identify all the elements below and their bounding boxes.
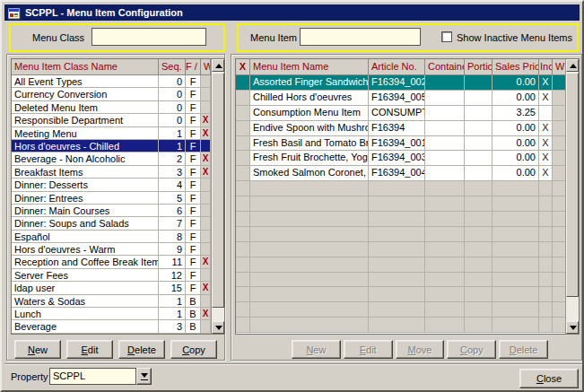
grid-cell — [236, 75, 250, 91]
item-new-button[interactable]: New — [292, 340, 341, 359]
class-grid-row[interactable]: Dinner: Soups and Salads7F — [12, 217, 211, 230]
item-grid-row[interactable]: Smoked Salmon Coronet, DillF16394_0040.0… — [236, 166, 567, 181]
grid-cell: X — [539, 121, 553, 136]
item-grid-empty-row[interactable] — [236, 302, 567, 318]
scroll-up-button[interactable] — [566, 59, 579, 72]
item-edit-button[interactable]: Edit — [344, 340, 393, 359]
item-grid-empty-row[interactable] — [236, 257, 567, 273]
grid-cell — [236, 166, 250, 181]
class-grid-row[interactable]: Waters & Sodas1B — [12, 295, 211, 308]
scroll-down-button[interactable] — [566, 321, 579, 334]
property-combobox[interactable]: SCPPL — [49, 368, 136, 385]
class-grid-row[interactable]: Reception and Coffee Break Items11FX — [12, 256, 211, 268]
grid-cell — [465, 196, 492, 212]
grid-cell — [465, 287, 492, 302]
class-grid-row[interactable]: Hors d'oeuvres - Chilled1F — [12, 140, 211, 152]
grid-cell — [425, 257, 465, 273]
item-grid-row[interactable]: Assorted Finger SandwichesF16394_0020.00… — [236, 75, 567, 91]
grid-cell: Beverage - Non Alcoholic — [12, 152, 159, 165]
item-grid-empty-row[interactable] — [236, 227, 567, 242]
property-dropdown-button[interactable] — [136, 368, 152, 385]
column-header: Article No. — [369, 59, 425, 75]
window-title: SCPPL - Menu Item Configuration — [25, 7, 183, 18]
class-grid-row[interactable]: Responsible Department0FX — [12, 114, 211, 126]
close-button[interactable]: Close — [519, 369, 579, 388]
grid-cell: X — [201, 166, 211, 179]
item-grid-empty-row[interactable] — [236, 287, 567, 302]
item-grid: XMenu Item NameArticle No.ContainerPorti… — [235, 58, 580, 335]
item-grid-empty-row[interactable] — [236, 242, 567, 257]
item-grid-empty-row[interactable] — [236, 273, 567, 288]
grid-cell — [465, 318, 492, 333]
show-inactive-checkbox[interactable] — [441, 31, 452, 42]
item-move-button[interactable]: Move — [396, 340, 445, 359]
scroll-thumb[interactable] — [212, 73, 224, 308]
grid-cell — [465, 242, 492, 257]
class-grid-row[interactable]: Deleted Menu Item0F — [12, 101, 211, 114]
grid-cell — [369, 302, 425, 318]
class-grid-row[interactable]: Dinner: Main Courses6F — [12, 205, 211, 217]
item-grid-row[interactable]: Fresh Fruit Brochette, Yogurt SF16394_00… — [236, 151, 567, 166]
class-delete-button[interactable]: Delete — [118, 340, 165, 359]
class-grid-row[interactable]: Server Fees12F — [12, 269, 211, 282]
grid-cell: X — [201, 114, 211, 126]
grid-cell: F16394_004 — [369, 166, 425, 181]
item-copy-button[interactable]: Copy — [447, 340, 496, 359]
grid-cell: 3.25 — [492, 106, 539, 121]
grid-cell — [539, 227, 553, 242]
class-grid-row[interactable]: Beverage3B — [12, 320, 211, 333]
grid-cell: 0.00 — [492, 136, 539, 152]
item-grid-row[interactable]: Chilled Hors d'oeuvresF16394_0050.00X — [236, 91, 567, 106]
grid-cell — [250, 257, 369, 273]
item-grid-row[interactable]: Endive Spoon with Mushroom IF163940.00X — [236, 121, 567, 136]
class-grid-row[interactable]: Dinner: Entrees5F — [12, 192, 211, 205]
scroll-thumb[interactable] — [566, 73, 579, 297]
item-delete-button[interactable]: Delete — [499, 340, 548, 359]
menu-item-input[interactable] — [300, 28, 421, 46]
class-grid-row[interactable]: Breakfast Items3FX — [12, 166, 211, 179]
class-grid-row[interactable]: Lunch1BX — [12, 308, 211, 320]
grid-cell — [465, 212, 492, 227]
item-grid-row[interactable]: Consumption Menu ItemCONSUMPTION3.25 — [236, 106, 567, 121]
class-grid-row[interactable]: Currency Conversion0F — [12, 88, 211, 100]
grid-cell — [425, 166, 465, 181]
arrow-up-icon — [570, 64, 577, 68]
grid-cell — [425, 181, 465, 196]
class-grid-row[interactable]: Español8F — [12, 231, 211, 243]
grid-cell: F — [186, 205, 201, 217]
item-grid-empty-row[interactable] — [236, 196, 567, 212]
grid-cell — [201, 320, 211, 333]
item-grid-row[interactable]: Fresh Basil and Tomato BruscF16394_0010.… — [236, 136, 567, 152]
grid-cell: Hors d'oeuvres - Warm — [12, 243, 159, 256]
arrow-down-icon — [570, 326, 577, 330]
class-grid-row[interactable]: ldap user15FX — [12, 282, 211, 294]
class-grid-row[interactable]: Meeting Menu1FX — [12, 127, 211, 140]
grid-cell: F16394_003 — [369, 151, 425, 166]
grid-cell: X — [201, 127, 211, 140]
column-header: Sales Price — [492, 59, 539, 75]
menu-class-input[interactable] — [92, 28, 206, 46]
item-grid-empty-row[interactable] — [236, 212, 567, 227]
class-grid-scrollbar[interactable] — [211, 59, 224, 334]
grid-cell: F — [186, 152, 201, 165]
grid-cell: 11 — [159, 256, 186, 268]
grid-cell — [465, 151, 492, 166]
item-grid-scrollbar[interactable] — [565, 59, 579, 334]
class-grid-row[interactable]: Beverage - Non Alcoholic2FX — [12, 152, 211, 165]
title-bar[interactable]: SCPPL - Menu Item Configuration — [4, 4, 580, 21]
class-grid-row[interactable]: Dinner: Desserts4F — [12, 179, 211, 191]
class-edit-button[interactable]: Edit — [66, 340, 113, 359]
class-new-button[interactable]: New — [14, 340, 61, 359]
grid-cell: Fresh Basil and Tomato Brusc — [250, 136, 369, 152]
column-header: Menu Item Class Name — [12, 59, 159, 75]
class-grid-row[interactable]: Hors d'oeuvres - Warm9F — [12, 243, 211, 256]
grid-cell: F16394_005 — [369, 91, 425, 106]
class-grid-row[interactable]: All Event Types0F — [12, 75, 211, 88]
class-copy-button[interactable]: Copy — [170, 340, 217, 359]
scroll-up-button[interactable] — [212, 59, 224, 72]
menu-item-groupbox: Menu Item Show Inactive Menu Items — [237, 23, 579, 52]
column-header: Inc — [539, 59, 553, 75]
item-grid-empty-row[interactable] — [236, 318, 567, 333]
scroll-down-button[interactable] — [212, 321, 224, 334]
item-grid-empty-row[interactable] — [236, 181, 567, 196]
